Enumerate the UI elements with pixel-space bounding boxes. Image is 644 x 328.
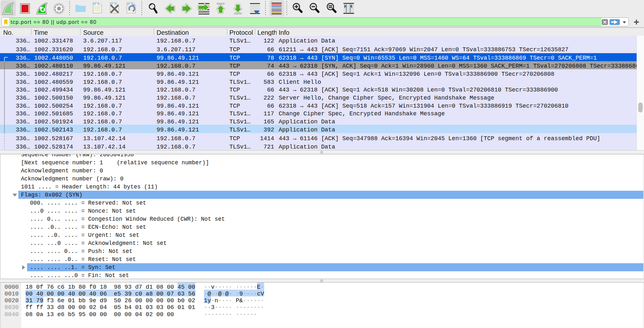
svg-text:01010: 01010 [94, 9, 101, 12]
